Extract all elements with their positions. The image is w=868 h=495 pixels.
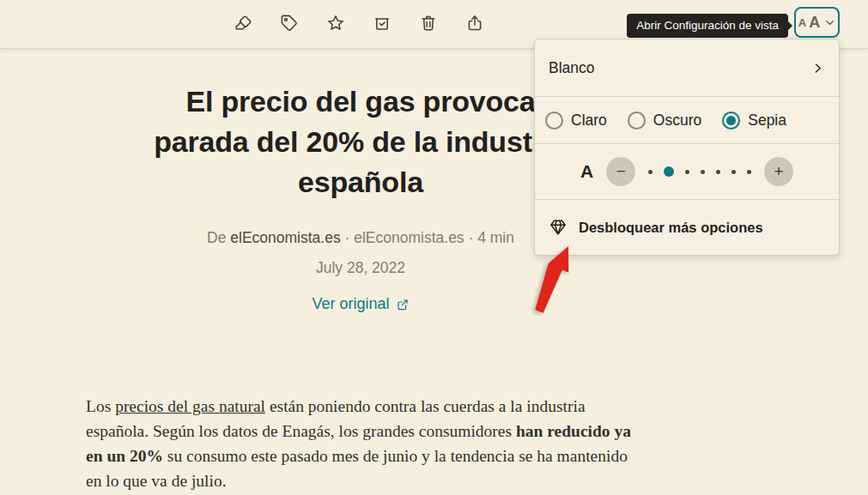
theme-option-oscuro[interactable]: Oscuro xyxy=(628,112,701,130)
theme-option-sepia[interactable]: Sepia xyxy=(722,112,786,130)
byline-prefix: De xyxy=(207,229,230,246)
radio-sepia xyxy=(722,112,740,130)
large-a-glyph: A xyxy=(809,15,820,30)
font-size-dot-current xyxy=(664,166,674,177)
font-size-dot xyxy=(731,170,736,174)
font-size-dots xyxy=(648,166,751,177)
radio-claro xyxy=(545,112,563,130)
font-size-row: A − + xyxy=(535,144,839,200)
view-original-label: Ver original xyxy=(312,295,389,313)
small-a-glyph: A xyxy=(798,17,806,28)
theme-row: Claro Oscuro Sepia xyxy=(535,97,839,144)
toolbar-icon-group xyxy=(234,14,484,33)
increase-font-button[interactable]: + xyxy=(764,157,793,186)
radio-oscuro xyxy=(628,112,646,130)
tooltip: Abrir Configuración de vista xyxy=(627,14,788,38)
byline-source: elEconomista.es xyxy=(230,229,340,246)
paragraph-link[interactable]: precios del gas natural xyxy=(115,397,265,415)
byline-rest: · elEconomista.es · 4 min xyxy=(341,229,514,246)
font-size-dot xyxy=(747,170,751,174)
font-size-dot xyxy=(648,170,653,174)
premium-unlock-row[interactable]: Desbloquear más opciones xyxy=(535,200,839,255)
font-size-dot xyxy=(685,170,689,174)
archive-icon[interactable] xyxy=(373,14,392,33)
chevron-down-icon xyxy=(824,17,835,28)
theme-option-claro[interactable]: Claro xyxy=(545,112,607,130)
share-icon[interactable] xyxy=(465,14,484,33)
external-link-icon xyxy=(396,298,410,311)
premium-unlock-label: Desbloquear más opciones xyxy=(579,220,763,236)
favorite-icon[interactable] xyxy=(326,14,345,33)
view-original-link[interactable]: Ver original xyxy=(312,295,409,313)
tooltip-text: Abrir Configuración de vista xyxy=(636,19,779,32)
article-paragraph: Los precios del gas natural están ponien… xyxy=(86,394,635,493)
paragraph-start: Los xyxy=(86,397,115,415)
view-original-wrap: Ver original xyxy=(86,295,635,313)
tag-icon[interactable] xyxy=(280,14,299,33)
display-settings-panel: Blanco Claro Oscuro Sepia A − + Desbloqu… xyxy=(534,39,840,256)
theme-label-oscuro: Oscuro xyxy=(653,112,701,130)
font-size-label: A xyxy=(580,161,593,182)
display-settings-button[interactable]: A A xyxy=(794,7,840,38)
article-date: July 28, 2022 xyxy=(86,259,635,277)
delete-icon[interactable] xyxy=(419,14,438,33)
gem-icon xyxy=(549,218,568,237)
font-size-dot xyxy=(701,170,705,174)
paragraph-end: su consumo este pasado mes de junio y la… xyxy=(86,447,628,490)
theme-label-sepia: Sepia xyxy=(748,112,786,130)
font-size-dot xyxy=(716,170,720,174)
decrease-font-button[interactable]: − xyxy=(606,157,635,186)
chevron-right-icon xyxy=(810,61,825,75)
highlight-icon[interactable] xyxy=(234,14,252,33)
theme-label-claro: Claro xyxy=(571,112,607,130)
font-family-row[interactable]: Blanco xyxy=(535,39,839,97)
font-family-value: Blanco xyxy=(549,59,595,77)
